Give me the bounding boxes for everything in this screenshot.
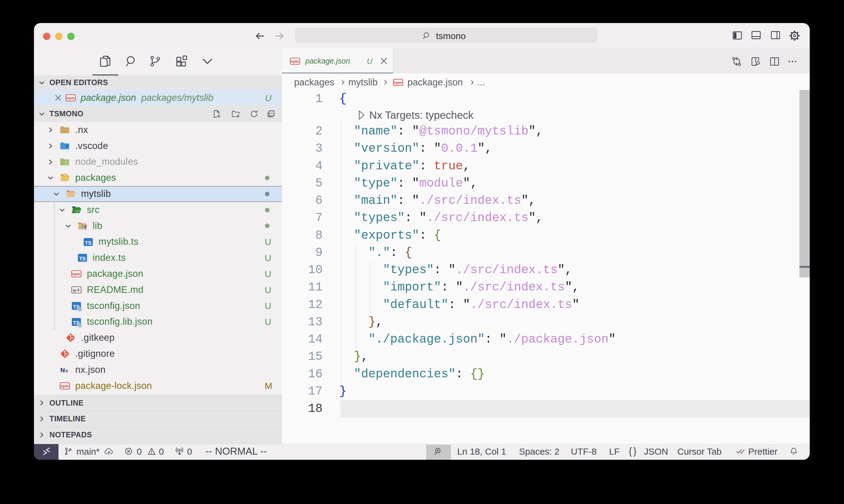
svg-text:TS: TS xyxy=(85,240,91,246)
svg-text:npm: npm xyxy=(394,80,402,85)
svg-text:npm: npm xyxy=(72,272,80,276)
svg-text:M: M xyxy=(73,288,76,293)
svg-text:npm: npm xyxy=(61,384,69,388)
svg-text:npm: npm xyxy=(291,59,299,64)
svg-text:N: N xyxy=(60,366,65,374)
svg-text:npm: npm xyxy=(66,96,74,100)
svg-text:x: x xyxy=(65,368,68,374)
svg-text:js: js xyxy=(66,162,68,164)
svg-text:TS: TS xyxy=(79,256,86,262)
